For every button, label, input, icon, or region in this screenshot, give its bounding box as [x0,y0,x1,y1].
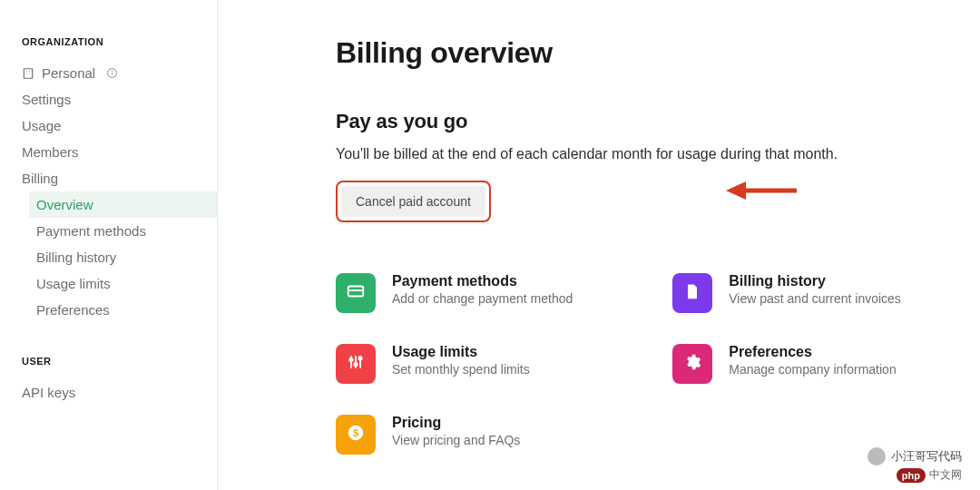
card-title: Payment methods [392,273,573,289]
sidebar-item-label: API keys [22,385,75,400]
sidebar: ORGANIZATION Personal Settings Usage Mem… [18,0,218,490]
card-desc: Manage company information [729,362,896,377]
sidebar-item-label: Settings [22,92,71,107]
watermark-avatar-icon [867,447,886,466]
card-tile [672,344,712,384]
watermark-text-bottom: 中文网 [929,467,962,483]
card-desc: Add or change payment method [392,291,573,306]
svg-point-15 [354,363,357,366]
sidebar-item-members[interactable]: Members [18,139,217,165]
sidebar-item-label: Usage [22,118,61,133]
sidebar-subitem-payment-methods[interactable]: Payment methods [29,218,217,244]
sidebar-subitem-preferences[interactable]: Preferences [29,297,217,323]
sidebar-subitem-overview[interactable]: Overview [29,191,217,218]
card-desc: Set monthly spend limits [392,362,530,377]
billing-cards-grid: Payment methods Add or change payment me… [336,273,980,455]
card-pricing[interactable]: $ Pricing View pricing and FAQs [336,415,573,455]
svg-point-17 [358,357,361,359]
credit-card-icon [346,281,366,305]
cards-column-right: Billing history View past and current in… [672,273,901,455]
sidebar-item-label: Personal [42,65,95,81]
sliders-icon [347,353,365,375]
section-title-payg: Pay as you go [336,110,980,133]
sidebar-item-label: Members [22,144,79,160]
sidebar-item-label: Payment methods [36,223,146,239]
cards-column-left: Payment methods Add or change payment me… [336,273,573,455]
card-preferences[interactable]: Preferences Manage company information [672,344,901,384]
svg-text:$: $ [353,427,358,438]
info-icon [106,67,118,79]
watermark-text-top: 小汪哥写代码 [891,448,962,465]
sidebar-header-user: USER [18,356,217,367]
card-tile [336,344,376,384]
watermark-pill: php [897,468,926,483]
sidebar-item-label: Preferences [36,302,110,318]
gear-icon [683,353,701,375]
card-title: Pricing [392,415,520,431]
dollar-icon: $ [346,423,366,446]
svg-marker-9 [726,181,746,200]
file-icon [683,282,701,304]
sidebar-item-label: Overview [36,197,93,212]
main-content: Billing overview Pay as you go You'll be… [218,0,980,490]
card-tile [672,273,712,313]
sidebar-item-label: Usage limits [36,276,111,291]
sidebar-subitem-billing-history[interactable]: Billing history [29,244,217,270]
sidebar-item-label: Billing history [36,250,116,265]
sidebar-subitem-usage-limits[interactable]: Usage limits [29,270,217,297]
sidebar-item-label: Billing [22,171,58,186]
watermark: 小汪哥写代码 php 中文网 [867,447,962,483]
annotation-arrow-icon [726,177,799,208]
card-usage-limits[interactable]: Usage limits Set monthly spend limits [336,344,573,384]
sidebar-item-api-keys[interactable]: API keys [18,379,217,406]
svg-point-7 [112,71,113,72]
cancel-highlight-box: Cancel paid account [336,181,491,222]
card-desc: View pricing and FAQs [392,433,520,447]
card-tile: $ [336,415,376,455]
card-title: Preferences [729,344,896,360]
sidebar-item-personal[interactable]: Personal [18,60,217,86]
cancel-paid-account-button[interactable]: Cancel paid account [341,186,485,217]
card-desc: View past and current invoices [729,291,901,306]
sidebar-item-usage[interactable]: Usage [18,113,217,139]
card-tile [336,273,376,313]
sidebar-item-billing[interactable]: Billing [18,165,217,191]
card-title: Usage limits [392,344,530,360]
svg-rect-0 [24,68,32,78]
svg-point-13 [349,358,352,361]
sidebar-item-settings[interactable]: Settings [18,86,217,113]
building-icon [22,67,34,80]
card-payment-methods[interactable]: Payment methods Add or change payment me… [336,273,573,313]
card-billing-history[interactable]: Billing history View past and current in… [672,273,901,313]
payg-description: You'll be billed at the end of each cale… [336,146,980,162]
sidebar-header-organization: ORGANIZATION [18,36,217,47]
card-title: Billing history [729,273,901,289]
sidebar-billing-submenu: Overview Payment methods Billing history… [29,191,217,323]
page-title: Billing overview [336,36,980,70]
